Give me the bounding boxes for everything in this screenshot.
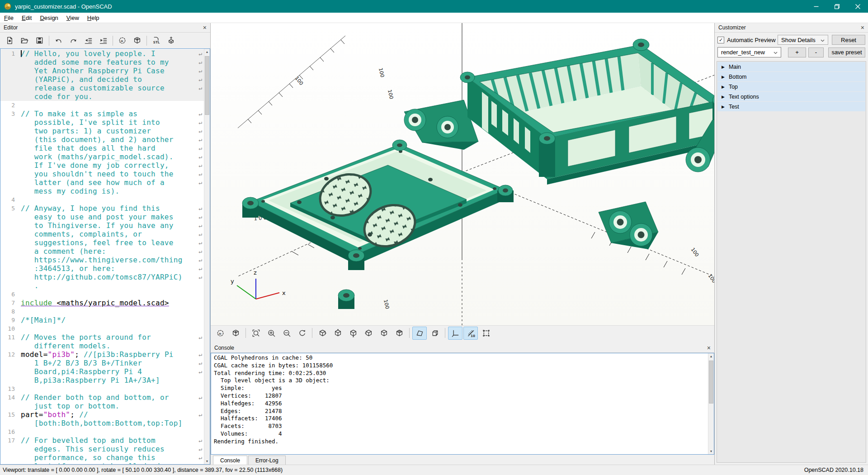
preview-button[interactable]: » — [115, 33, 130, 48]
code-row[interactable]: https://www.thingiverse.com/thing↵ — [0, 256, 204, 264]
code-row[interactable]: If I've done my job correctly,↵ — [0, 161, 204, 170]
console-output[interactable]: CGAL Polyhedrons in cache: 50CGAL cache … — [211, 353, 714, 455]
open-file-button[interactable] — [17, 33, 32, 48]
code-row[interactable]: you shouldn't need to touch the↵ — [0, 170, 204, 178]
redo-button[interactable] — [66, 33, 81, 48]
menu-file[interactable]: File — [0, 13, 18, 23]
code-row[interactable]: 9/*[Main]*/ — [0, 316, 204, 324]
automatic-preview-checkbox[interactable]: ✓ — [717, 37, 724, 43]
reset-view-button[interactable] — [295, 327, 309, 340]
code-row[interactable]: 1// Hello, you lovely people. I↵ — [0, 49, 204, 58]
zoom-in-button[interactable] — [264, 327, 278, 340]
code-row[interactable]: 8 — [0, 307, 204, 316]
code-row[interactable]: possible, I've split it into↵ — [0, 118, 204, 127]
code-row[interactable]: code for you. — [0, 92, 204, 101]
reset-button[interactable]: Reset — [832, 35, 865, 45]
viewport-3d[interactable]: 100 100 100 1 0 0 100 100 100 — [211, 23, 714, 325]
section-test[interactable]: ▶Test — [717, 102, 865, 111]
editor-scrollbar-thumb[interactable] — [205, 56, 209, 115]
minimize-button[interactable] — [806, 0, 826, 13]
scroll-down-icon[interactable]: ▼ — [708, 448, 714, 454]
orthogonal-button[interactable] — [428, 327, 442, 340]
restore-button[interactable] — [826, 0, 847, 13]
code-row[interactable]: http://github.com/tomsc87/YARPiC)↵ — [0, 273, 204, 281]
customizer-close-icon[interactable]: × — [861, 24, 864, 31]
menu-design[interactable]: Design — [36, 13, 62, 23]
code-row[interactable]: latter (and see how much of a↵ — [0, 178, 204, 187]
view-top-button[interactable] — [330, 327, 345, 340]
export-stl-button[interactable]: STL — [149, 33, 164, 48]
code-row[interactable]: performance, so change this↵ — [0, 453, 204, 462]
code-row[interactable]: 10 — [0, 324, 204, 333]
console-scrollbar[interactable]: ▲ ▼ — [708, 353, 714, 454]
code-row[interactable]: . — [0, 281, 204, 290]
code-row[interactable]: 14// Render both top and bottom, or↵ — [0, 393, 204, 402]
code-row[interactable]: 5// Anyway, I hope you find this↵ — [0, 204, 204, 213]
code-row[interactable]: suggestions, feel free to leave↵ — [0, 238, 204, 247]
view-right-button[interactable] — [315, 327, 330, 340]
console-close-icon[interactable]: × — [707, 345, 711, 351]
tab-console[interactable]: Console — [213, 456, 247, 465]
code-row[interactable]: different models. — [0, 342, 204, 350]
add-preset-button[interactable]: + — [788, 48, 806, 57]
scroll-up-icon[interactable]: ▲ — [708, 353, 714, 359]
code-row[interactable]: [both:Both,bottom:Bottom,top:Top] — [0, 419, 204, 428]
code-row[interactable]: 13 — [0, 385, 204, 393]
code-row[interactable]: 3// To make it as simple as↵ — [0, 109, 204, 118]
preset-combobox[interactable]: render_test_new — [717, 47, 781, 57]
code-row[interactable]: added some more features to my↵ — [0, 58, 204, 66]
code-row[interactable]: release a customizable source↵ — [0, 84, 204, 92]
section-bottom[interactable]: ▶Bottom — [717, 72, 865, 81]
menu-edit[interactable]: Edit — [18, 13, 36, 23]
code-row[interactable]: B,pi3a:Raspberry Pi 1A+/3A+] — [0, 376, 204, 385]
code-row[interactable]: 15part="both"; //↵ — [0, 410, 204, 419]
show-scale-markers-button[interactable]: 10 — [463, 327, 478, 340]
code-row[interactable]: 12model="pi3b"; //[pi3b:Raspberry Pi↵ — [0, 350, 204, 359]
menu-view[interactable]: View — [62, 13, 83, 23]
code-row[interactable]: to Thingiverse. If you have any↵ — [0, 221, 204, 230]
new-file-button[interactable] — [2, 33, 17, 48]
indent-button[interactable] — [96, 33, 111, 48]
code-row[interactable]: comments, complaints, or↵ — [0, 230, 204, 238]
preview-button[interactable]: » — [213, 327, 227, 340]
console-scrollbar-thumb[interactable] — [709, 361, 713, 404]
menu-help[interactable]: Help — [83, 13, 104, 23]
code-row[interactable]: file that does all the hard↵ — [0, 144, 204, 152]
save-preset-button[interactable]: save preset — [828, 48, 865, 57]
unindent-button[interactable] — [81, 33, 96, 48]
scroll-down-icon[interactable]: ▼ — [204, 458, 210, 464]
code-row[interactable]: Board,pi4:Raspberry Pi 4↵ — [0, 367, 204, 376]
code-row[interactable]: 1 B+/2 B/3 B/3 B+/Tinker↵ — [0, 359, 204, 367]
editor-scrollbar[interactable]: ▲ ▼ — [204, 49, 210, 464]
send-to-printer-button[interactable] — [164, 33, 179, 48]
code-row[interactable]: (this document), and 2) another↵ — [0, 135, 204, 144]
code-row[interactable]: 2 — [0, 101, 204, 109]
code-row[interactable]: :3464513, or here:↵ — [0, 264, 204, 273]
view-left-button[interactable] — [361, 327, 376, 340]
code-row[interactable]: 16 — [0, 428, 204, 436]
view-back-button[interactable] — [392, 327, 406, 340]
scroll-up-icon[interactable]: ▲ — [204, 49, 210, 55]
render-button[interactable] — [130, 33, 145, 48]
zoom-out-button[interactable] — [279, 327, 294, 340]
code-row[interactable]: just top or bottom. — [0, 402, 204, 410]
code-row[interactable]: 11// Moves the ports around for↵ — [0, 333, 204, 342]
save-file-button[interactable] — [32, 33, 47, 48]
details-dropdown[interactable]: Show Details — [778, 35, 828, 45]
remove-preset-button[interactable]: - — [808, 48, 824, 57]
tab-error-log[interactable]: Error-Log — [248, 456, 286, 465]
undo-button[interactable] — [51, 33, 66, 48]
code-row[interactable]: 7include <maths/yarpic_model.scad> — [0, 299, 204, 307]
code-row[interactable]: easy to use and post your makes↵ — [0, 213, 204, 221]
close-button[interactable] — [847, 0, 868, 13]
view-bottom-button[interactable] — [346, 327, 360, 340]
code-row[interactable]: (YARPiC), and decided to↵ — [0, 75, 204, 84]
show-axes-button[interactable] — [448, 327, 462, 340]
code-row[interactable]: work (maths/yarpic_model.scad).↵ — [0, 152, 204, 161]
section-top[interactable]: ▶Top — [717, 82, 865, 91]
code-row[interactable]: two parts: 1) a customizer↵ — [0, 127, 204, 135]
code-row[interactable]: 17// For bevelled top and bottom↵ — [0, 436, 204, 445]
render-button[interactable] — [228, 327, 243, 340]
section-main[interactable]: ▶Main — [717, 62, 865, 71]
section-text-options[interactable]: ▶Text options — [717, 92, 865, 101]
